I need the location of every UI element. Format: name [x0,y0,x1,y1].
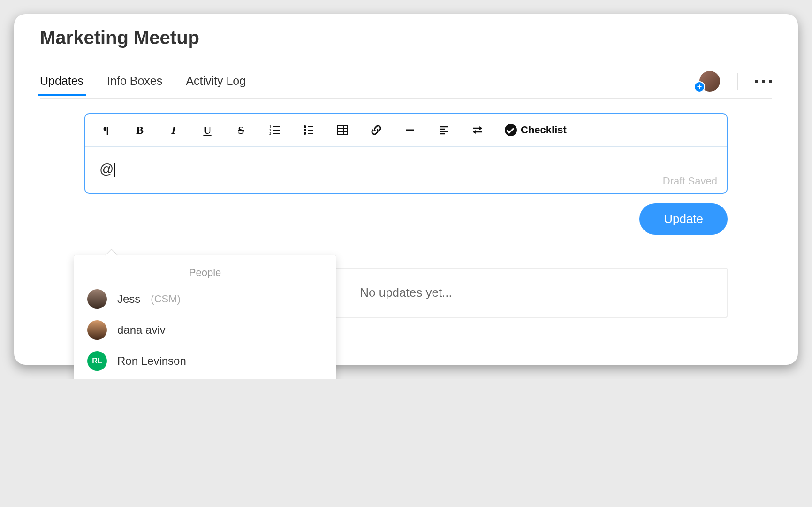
editor-text: @ [99,161,114,177]
svg-point-8 [304,129,306,131]
editor-toolbar: ¶ B I U S 123 [85,114,727,147]
svg-rect-12 [338,126,347,134]
svg-point-6 [304,126,306,128]
mention-name: Ron Levinson [117,354,186,368]
mention-person-dana[interactable]: dana aviv [74,315,336,346]
draft-saved-label: Draft Saved [663,175,717,187]
align-icon[interactable] [437,123,450,137]
swap-icon[interactable] [471,123,484,137]
update-button[interactable]: Update [639,203,728,235]
mention-popup: People Jess (CSM) dana aviv RL Ron Levin… [74,255,336,379]
text-cursor [114,163,115,177]
checklist-label: Checklist [521,124,567,136]
strikethrough-icon[interactable]: S [235,123,248,137]
mention-subtext: (CSM) [151,293,181,305]
tab-info-boxes[interactable]: Info Boxes [107,74,162,95]
bold-icon[interactable]: B [133,123,146,137]
mention-name: dana aviv [117,323,166,337]
check-circle-icon [505,124,517,136]
link-icon[interactable] [370,123,383,137]
svg-point-10 [304,132,306,134]
window: Marketing Meetup Updates Info Boxes Acti… [14,14,798,365]
mention-person-matthew[interactable]: Matthew Adams [74,376,336,379]
tab-activity-log[interactable]: Activity Log [186,74,246,95]
italic-icon[interactable]: I [167,123,180,137]
add-member-avatar[interactable]: + [699,71,720,92]
paragraph-icon[interactable]: ¶ [99,123,113,137]
avatar: RL [87,351,107,371]
avatar [87,320,107,340]
plus-icon: + [694,81,705,92]
mention-name: Jess [117,292,140,306]
mention-person-jess[interactable]: Jess (CSM) [74,284,336,315]
content-area: ¶ B I U S 123 [40,99,772,318]
ordered-list-icon[interactable]: 123 [268,123,281,137]
mention-person-ron[interactable]: RL Ron Levinson [74,346,336,376]
overflow-menu-icon[interactable] [755,80,772,83]
avatar [87,289,107,309]
tab-row: Updates Info Boxes Activity Log + [40,71,772,99]
unordered-list-icon[interactable] [302,123,315,137]
tab-updates[interactable]: Updates [40,74,83,95]
table-icon[interactable] [336,123,349,137]
page-title: Marketing Meetup [40,27,772,48]
mention-section-people: People [74,264,336,284]
underline-icon[interactable]: U [201,123,214,137]
editor-box: ¶ B I U S 123 [84,113,728,194]
svg-text:3: 3 [269,131,271,136]
checklist-button[interactable]: Checklist [505,124,567,136]
editor-input[interactable]: @ Draft Saved [85,147,727,193]
divider [737,73,738,90]
hr-icon[interactable] [403,123,417,137]
header-actions: + [699,71,772,98]
